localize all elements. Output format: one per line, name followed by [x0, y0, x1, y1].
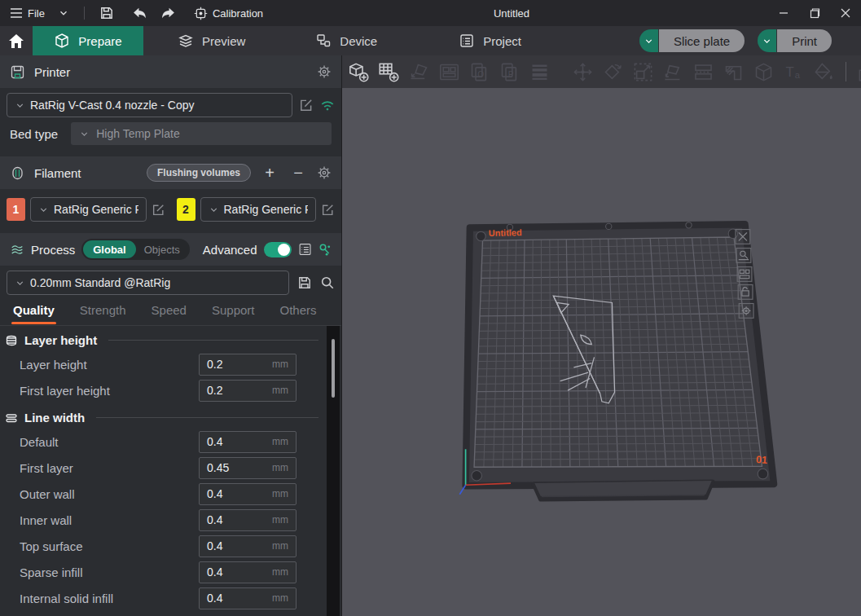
redo-button[interactable] — [154, 0, 182, 26]
chevron-down-icon — [644, 36, 654, 46]
edit-printer-icon[interactable] — [299, 98, 314, 112]
hamburger-menu-icon — [10, 7, 23, 19]
plate-delete-button[interactable] — [736, 230, 750, 244]
filament-settings-gear-icon[interactable] — [317, 165, 332, 180]
scope-global-button[interactable]: Global — [83, 240, 135, 258]
scope-objects-button[interactable]: Objects — [136, 244, 188, 256]
undo-button[interactable] — [125, 0, 154, 26]
parameter-table-icon[interactable] — [298, 242, 312, 257]
filament-2-preset-combo[interactable]: RatRig Generic PLA — [200, 197, 317, 222]
plate-search-button[interactable] — [736, 249, 751, 263]
redo-icon — [160, 7, 176, 20]
place-on-face-icon[interactable] — [662, 61, 684, 83]
process-preset-combo[interactable]: 0.20mm Standard @RatRig — [7, 271, 289, 295]
setting-input[interactable]: 0.4 mm — [199, 587, 297, 609]
add-filament-button[interactable]: + — [260, 165, 279, 181]
svg-text:T: T — [785, 64, 793, 80]
close-button[interactable] — [830, 0, 861, 26]
save-preset-icon[interactable] — [297, 275, 312, 290]
search-settings-icon[interactable] — [318, 243, 332, 257]
setting-label: Inner wall — [0, 513, 199, 527]
printer-preset-combo[interactable]: RatRig V-Cast 0.4 nozzle - Copy — [7, 93, 292, 117]
process-tab-speed[interactable]: Speed — [152, 303, 187, 317]
plate-arrange-button[interactable] — [737, 267, 752, 282]
setting-row: First layer height 0.2 mm — [0, 377, 327, 403]
calibration-label: Calibration — [213, 7, 263, 20]
color-painting-icon[interactable] — [813, 61, 835, 83]
scene-3d[interactable]: Untitled 01 — [342, 88, 861, 616]
setting-label: Internal solid infill — [0, 592, 199, 605]
cut-icon[interactable] — [692, 61, 714, 83]
filament-1-preset-combo[interactable]: RatRig Generic PLA — [30, 197, 147, 222]
printer-settings-gear-icon[interactable] — [317, 64, 332, 79]
tab-prepare[interactable]: Prepare — [33, 26, 143, 55]
unit-label: mm — [272, 540, 288, 552]
setting-input[interactable]: 0.4 mm — [199, 509, 297, 531]
process-tab-others[interactable]: Others — [280, 303, 317, 317]
process-tab-strength[interactable]: Strength — [80, 303, 126, 317]
home-icon — [8, 33, 24, 49]
split-to-objects-icon[interactable]: O — [468, 61, 490, 83]
variable-layer-height-icon[interactable] — [529, 61, 551, 83]
scrollbar-track[interactable] — [327, 326, 340, 616]
printer-connection-wifi-icon[interactable] — [320, 98, 335, 112]
setting-input[interactable]: 0.4 mm — [199, 431, 297, 453]
bed-type-label: Bed type — [10, 127, 58, 141]
search-settings-magnifier-icon[interactable] — [320, 275, 335, 290]
remove-filament-button[interactable]: − — [288, 165, 308, 181]
tab-project[interactable]: Project — [444, 26, 536, 55]
bed-type-select[interactable]: High Temp Plate — [71, 122, 332, 145]
maximize-button[interactable] — [799, 0, 830, 26]
edit-filament-1-icon[interactable] — [152, 203, 165, 217]
add-object-icon[interactable] — [348, 61, 370, 83]
setting-input[interactable]: 0.2 mm — [199, 354, 297, 376]
assembly-view-icon[interactable] — [857, 61, 861, 83]
move-icon[interactable] — [572, 61, 594, 83]
prepare-icon — [54, 33, 70, 49]
tab-device[interactable]: Device — [301, 26, 392, 55]
tab-device-label: Device — [340, 34, 377, 48]
save-button[interactable] — [93, 0, 121, 26]
file-menu-button[interactable]: File — [3, 0, 51, 26]
minimize-button[interactable] — [768, 0, 799, 26]
filament-2-color-badge[interactable]: 2 — [177, 198, 195, 221]
file-menu-dropdown-button[interactable] — [51, 0, 76, 26]
slice-options-button[interactable] — [639, 29, 658, 52]
tab-preview-label: Preview — [202, 34, 245, 48]
setting-input[interactable]: 0.2 mm — [199, 380, 297, 402]
setting-row: Default 0.4 mm — [0, 429, 327, 455]
calibration-button[interactable]: Calibration — [187, 0, 270, 26]
support-painting-icon[interactable] — [723, 61, 745, 83]
add-plate-icon[interactable] — [378, 61, 400, 83]
filament-1-color-badge[interactable]: 1 — [7, 198, 25, 221]
print-options-button[interactable] — [758, 29, 776, 52]
slice-plate-button[interactable]: Slice plate — [659, 29, 745, 52]
mesh-boolean-icon[interactable] — [753, 61, 775, 83]
flushing-volumes-button[interactable]: Flushing volumes — [147, 164, 251, 182]
process-tab-quality[interactable]: Quality — [13, 303, 55, 317]
setting-input[interactable]: 0.4 mm — [199, 561, 297, 583]
process-tab-support[interactable]: Support — [212, 303, 255, 317]
print-button[interactable]: Print — [777, 29, 832, 52]
plate-lock-button[interactable] — [738, 285, 753, 300]
scale-icon[interactable] — [632, 61, 654, 83]
home-button[interactable] — [0, 26, 33, 55]
setting-input[interactable]: 0.4 mm — [199, 535, 297, 557]
setting-input[interactable]: 0.45 mm — [199, 457, 297, 479]
printer-section-header: Printer — [0, 55, 341, 88]
arrange-icon[interactable] — [438, 61, 460, 83]
advanced-toggle[interactable] — [264, 242, 292, 257]
tab-preview[interactable]: Preview — [163, 26, 260, 55]
unit-label: mm — [272, 359, 288, 370]
scrollbar-thumb[interactable] — [332, 339, 335, 398]
rotate-icon[interactable] — [602, 61, 624, 83]
printer-section-title: Printer — [34, 65, 70, 79]
plate-settings-button[interactable] — [739, 304, 753, 319]
edit-filament-2-icon[interactable] — [321, 203, 335, 217]
split-to-parts-icon[interactable]: P — [499, 61, 521, 83]
text-tool-icon[interactable]: Ta — [783, 61, 805, 83]
setting-input[interactable]: 0.4 mm — [199, 483, 297, 505]
process-section-title: Process — [31, 243, 75, 257]
advanced-label: Advanced — [203, 243, 257, 257]
auto-orient-icon[interactable] — [408, 61, 430, 83]
